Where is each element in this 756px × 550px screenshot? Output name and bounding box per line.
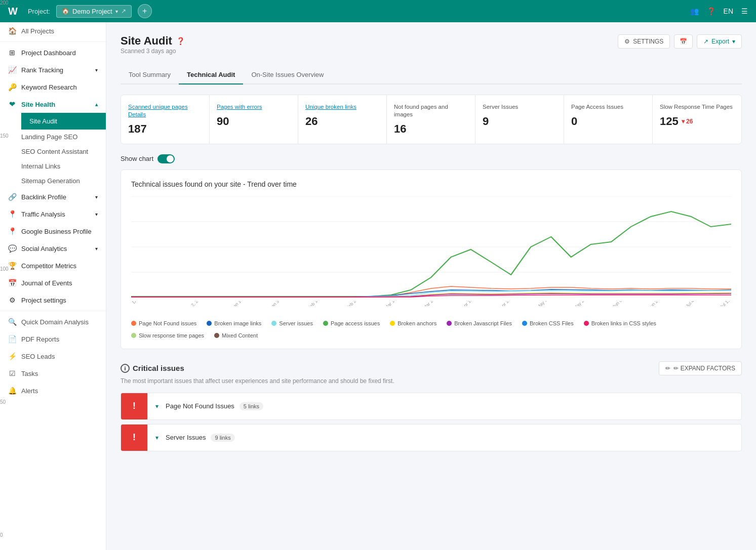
sidebar-item-alerts[interactable]: 🔔 Alerts bbox=[0, 382, 106, 399]
sidebar-item-site-health[interactable]: ❤ Site Health ▴ bbox=[0, 96, 106, 113]
x-label: Jan 30 bbox=[269, 301, 282, 306]
sidebar-label-keyword-research: Keyword Research bbox=[21, 83, 77, 91]
expand-factors-button[interactable]: ✏ ✏ EXPAND FACTORS bbox=[659, 361, 742, 375]
metric-scanned-pages: Scanned unique pages Details 187 bbox=[121, 95, 210, 144]
metric-page-access: Page Access Issues 0 bbox=[564, 95, 653, 144]
language-selector[interactable]: EN bbox=[724, 7, 733, 15]
sidebar-item-google-business[interactable]: 📍 Google Business Profile bbox=[0, 223, 106, 240]
sidebar-item-project-dashboard[interactable]: ⊞ Project Dashboard bbox=[0, 44, 106, 61]
x-label: Jun 20 bbox=[647, 301, 660, 306]
chart-title: Technical issues found on your site - Tr… bbox=[131, 180, 731, 188]
sidebar-divider-2 bbox=[0, 311, 106, 311]
sidebar-item-seo-content-assistant[interactable]: SEO Content Assistant bbox=[21, 144, 106, 159]
legend-label: Page access issues bbox=[331, 320, 380, 326]
tab-technical-audit[interactable]: Technical Audit bbox=[179, 66, 243, 84]
sidebar-item-tasks[interactable]: ☑ Tasks bbox=[0, 365, 106, 382]
metric-server-issues: Server Issues 9 bbox=[475, 95, 564, 144]
sidebar-item-all-projects[interactable]: 🏠 All Projects bbox=[0, 22, 106, 39]
chart-toggle[interactable] bbox=[157, 154, 175, 163]
legend-broken-css-styles: Broken links in CSS styles bbox=[584, 320, 656, 326]
sidebar-label-rank-tracking: Rank Tracking bbox=[21, 66, 63, 74]
metric-not-found-label: Not found pages and images bbox=[394, 103, 468, 118]
calendar-button[interactable]: 📅 bbox=[674, 34, 693, 49]
legend-label: Broken Javascript Files bbox=[454, 320, 512, 326]
critical-title: i Critical issues bbox=[121, 364, 184, 373]
x-label: Jul 11 bbox=[719, 301, 731, 306]
issue-critical-icon: ! bbox=[121, 393, 147, 419]
sidebar-item-keyword-research[interactable]: 🔑 Keyword Research bbox=[0, 78, 106, 96]
users-icon[interactable]: 👥 bbox=[690, 7, 699, 15]
chevron-export-icon: ▾ bbox=[732, 38, 735, 45]
sidebar-item-traffic-analysis[interactable]: 📍 Traffic Analysis ▾ bbox=[0, 205, 106, 223]
chart-plot: Dec 19, 2021 Jan 2, 2022 Jan 16 Jan 30 F… bbox=[131, 196, 731, 306]
legend-dot bbox=[271, 321, 276, 326]
critical-title-area: i Critical issues bbox=[121, 364, 184, 373]
issue-name-page-not-found: Page Not Found Issues bbox=[166, 402, 234, 410]
issue-row-server-issues: ! ▾ Server Issues 9 links bbox=[121, 424, 742, 451]
issue-badge-page-not-found: 5 links bbox=[240, 402, 263, 410]
tab-on-site-issues[interactable]: On-Site Issues Overview bbox=[243, 66, 332, 84]
expand-label: ✏ EXPAND FACTORS bbox=[673, 365, 735, 372]
issue-chevron-icon[interactable]: ▾ bbox=[155, 403, 158, 410]
project-selector[interactable]: 🏠 Demo Project ▾ ↗ bbox=[56, 5, 132, 18]
project-label: Project: bbox=[28, 8, 50, 15]
sidebar-item-site-audit[interactable]: Site Audit bbox=[21, 113, 106, 130]
issue-chevron-icon-2[interactable]: ▾ bbox=[155, 434, 158, 441]
sidebar-item-seo-leads[interactable]: ⚡ SEO Leads bbox=[0, 348, 106, 365]
info-icon: i bbox=[121, 364, 130, 373]
sidebar-item-landing-page-seo[interactable]: Landing Page SEO bbox=[21, 130, 106, 144]
chevron-down-icon-3: ▾ bbox=[95, 211, 98, 217]
sidebar-item-quick-domain[interactable]: 🔍 Quick Domain Analysis bbox=[0, 313, 106, 330]
metric-page-access-label: Page Access Issues bbox=[571, 103, 645, 111]
legend-broken-css: Broken CSS Files bbox=[522, 320, 574, 326]
metrics-grid: Scanned unique pages Details 187 Pages w… bbox=[121, 95, 742, 144]
legend-dot bbox=[131, 321, 136, 326]
chart-legend: Page Not Found issues Broken image links… bbox=[131, 320, 731, 339]
x-label: Feb 27 bbox=[345, 301, 359, 306]
legend-dot bbox=[323, 321, 328, 326]
topbar: W Project: 🏠 Demo Project ▾ ↗ + 👥 ❓ EN ☰ bbox=[0, 0, 756, 22]
page-title: Site Audit bbox=[121, 34, 172, 48]
sidebar-item-project-settings[interactable]: ⚙ Project settings bbox=[0, 291, 106, 309]
x-axis-labels: Dec 19, 2021 Jan 2, 2022 Jan 16 Jan 30 F… bbox=[131, 301, 731, 306]
sidebar-item-backlink-profile[interactable]: 🔗 Backlink Profile ▾ bbox=[0, 188, 106, 205]
sidebar-item-rank-tracking[interactable]: 📈 Rank Tracking ▾ bbox=[0, 61, 106, 78]
x-label: May 9 bbox=[536, 301, 548, 306]
legend-server-issues: Server issues bbox=[271, 320, 313, 326]
project-name: Demo Project bbox=[72, 8, 112, 15]
critical-issues-section: i Critical issues ✏ ✏ EXPAND FACTORS The… bbox=[121, 361, 742, 451]
sidebar-item-social-analytics[interactable]: 💬 Social Analytics ▾ bbox=[0, 240, 106, 257]
export-button[interactable]: ↗ Export ▾ bbox=[697, 34, 742, 49]
help-circle-icon[interactable]: ❓ bbox=[176, 37, 185, 45]
sidebar-item-internal-links[interactable]: Internal Links bbox=[21, 159, 106, 174]
legend-label: Broken anchors bbox=[397, 320, 436, 326]
sidebar-label-project-settings: Project settings bbox=[21, 297, 66, 304]
chevron-down-icon-2: ▾ bbox=[95, 194, 98, 200]
issue-content: ▾ Page Not Found Issues 5 links bbox=[147, 396, 741, 416]
critical-desc: The most important issues that affect us… bbox=[121, 377, 742, 385]
legend-slow-response: Slow response time pages bbox=[131, 332, 204, 339]
metric-not-found: Not found pages and images 16 bbox=[387, 95, 475, 144]
tab-tool-summary[interactable]: Tool Summary bbox=[121, 66, 179, 84]
metric-slow-response-delta: ▾ 26 bbox=[682, 118, 693, 125]
sidebar-item-competitor-metrics[interactable]: 🏆 Competitor Metrics bbox=[0, 257, 106, 274]
tabs: Tool Summary Technical Audit On-Site Iss… bbox=[121, 66, 742, 84]
metric-server-issues-label: Server Issues bbox=[483, 103, 556, 111]
sidebar-label-quick-domain: Quick Domain Analysis bbox=[21, 318, 89, 326]
settings-button[interactable]: ⚙ SETTINGS bbox=[618, 34, 670, 49]
help-icon[interactable]: ❓ bbox=[707, 7, 715, 15]
metric-broken-links-label[interactable]: Unique broken links bbox=[305, 103, 379, 111]
legend-label: Page Not Found issues bbox=[139, 320, 196, 326]
sidebar-item-sitemap-generation[interactable]: Sitemap Generation bbox=[21, 174, 106, 188]
add-project-button[interactable]: + bbox=[138, 4, 152, 18]
show-chart-label: Show chart bbox=[121, 155, 153, 162]
sidebar-item-journal-events[interactable]: 📅 Journal of Events bbox=[0, 274, 106, 291]
metric-scanned-label[interactable]: Scanned unique pages Details bbox=[128, 103, 202, 118]
chevron-down-icon-4: ▾ bbox=[95, 246, 98, 251]
metric-pages-errors-label[interactable]: Pages with errors bbox=[217, 103, 291, 111]
sidebar-label-journal-events: Journal of Events bbox=[21, 279, 72, 287]
metric-slow-response-label: Slow Response Time Pages bbox=[660, 103, 734, 111]
sidebar-item-pdf-reports[interactable]: 📄 PDF Reports bbox=[0, 330, 106, 348]
site-health-submenu: Site Audit Landing Page SEO SEO Content … bbox=[0, 113, 106, 188]
menu-icon[interactable]: ☰ bbox=[741, 7, 748, 15]
